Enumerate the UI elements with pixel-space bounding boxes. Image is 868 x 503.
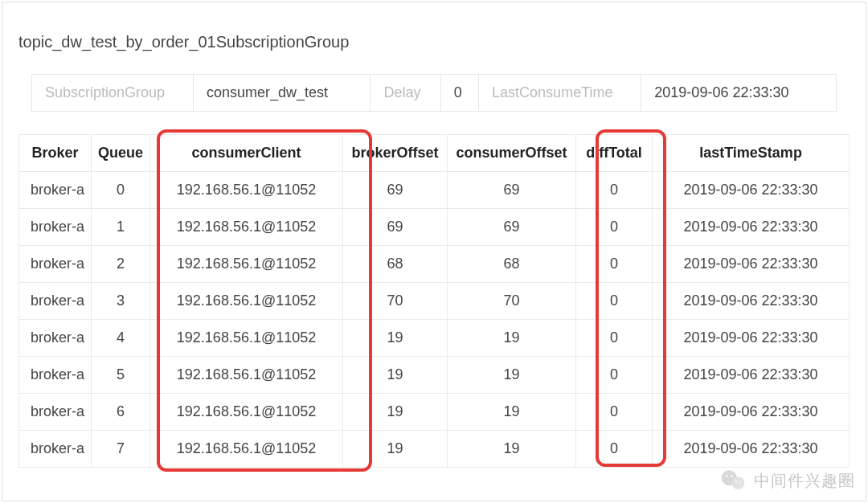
cell-diff-total: 0 bbox=[576, 320, 653, 357]
cell-diff-total: 0 bbox=[576, 357, 653, 394]
cell-broker-offset: 19 bbox=[343, 394, 448, 431]
cell-queue: 0 bbox=[92, 172, 150, 209]
delay-label: Delay bbox=[371, 74, 440, 112]
cell-queue: 7 bbox=[92, 431, 150, 468]
cell-broker-offset: 19 bbox=[343, 357, 448, 394]
cell-diff-total: 0 bbox=[576, 246, 653, 283]
table-row: broker-a1192.168.56.1@11052696902019-09-… bbox=[19, 209, 850, 246]
cell-queue: 2 bbox=[92, 246, 150, 283]
cell-last-timestamp: 2019-09-06 22:33:30 bbox=[653, 357, 850, 394]
col-diff-total[interactable]: diffTotal bbox=[576, 135, 653, 172]
cell-consumer-offset: 70 bbox=[448, 283, 576, 320]
cell-last-timestamp: 2019-09-06 22:33:30 bbox=[653, 246, 850, 283]
subscription-group-value: consumer_dw_test bbox=[194, 74, 371, 112]
last-consume-time-label: LastConsumeTime bbox=[479, 74, 641, 112]
cell-broker-offset: 19 bbox=[343, 431, 448, 468]
cell-broker: broker-a bbox=[19, 172, 92, 209]
cell-broker: broker-a bbox=[19, 209, 92, 246]
cell-consumer-client: 192.168.56.1@11052 bbox=[150, 431, 343, 468]
cell-consumer-client: 192.168.56.1@11052 bbox=[150, 394, 343, 431]
cell-queue: 3 bbox=[92, 283, 150, 320]
table-row: broker-a7192.168.56.1@11052191902019-09-… bbox=[19, 431, 850, 468]
col-broker-offset[interactable]: brokerOffset bbox=[343, 135, 448, 172]
table-row: broker-a6192.168.56.1@11052191902019-09-… bbox=[19, 394, 850, 431]
cell-diff-total: 0 bbox=[576, 431, 653, 468]
table-row: broker-a0192.168.56.1@11052696902019-09-… bbox=[19, 172, 850, 209]
cell-consumer-client: 192.168.56.1@11052 bbox=[150, 209, 343, 246]
cell-broker: broker-a bbox=[19, 431, 92, 468]
cell-broker: broker-a bbox=[19, 246, 92, 283]
cell-last-timestamp: 2019-09-06 22:33:30 bbox=[653, 172, 850, 209]
cell-consumer-client: 192.168.56.1@11052 bbox=[150, 246, 343, 283]
cell-queue: 5 bbox=[92, 357, 150, 394]
cell-consumer-offset: 19 bbox=[448, 431, 576, 468]
cell-broker-offset: 19 bbox=[343, 320, 448, 357]
table-row: broker-a5192.168.56.1@11052191902019-09-… bbox=[19, 357, 850, 394]
cell-last-timestamp: 2019-09-06 22:33:30 bbox=[653, 320, 850, 357]
table-row: broker-a2192.168.56.1@11052686802019-09-… bbox=[19, 246, 850, 283]
cell-consumer-offset: 68 bbox=[448, 246, 576, 283]
cell-broker: broker-a bbox=[19, 357, 92, 394]
cell-broker: broker-a bbox=[19, 283, 92, 320]
cell-queue: 6 bbox=[92, 394, 150, 431]
delay-value: 0 bbox=[441, 74, 479, 112]
cell-queue: 4 bbox=[92, 320, 150, 357]
col-consumer-client[interactable]: consumerClient bbox=[150, 135, 343, 172]
cell-consumer-client: 192.168.56.1@11052 bbox=[150, 320, 343, 357]
cell-consumer-client: 192.168.56.1@11052 bbox=[150, 283, 343, 320]
col-last-timestamp[interactable]: lastTimeStamp bbox=[653, 135, 850, 172]
cell-consumer-offset: 19 bbox=[448, 357, 576, 394]
panel: topic_dw_test_by_order_01SubscriptionGro… bbox=[2, 2, 866, 501]
cell-queue: 1 bbox=[92, 209, 150, 246]
cell-consumer-client: 192.168.56.1@11052 bbox=[150, 172, 343, 209]
cell-broker-offset: 68 bbox=[343, 246, 448, 283]
cell-last-timestamp: 2019-09-06 22:33:30 bbox=[653, 209, 850, 246]
data-table-wrapper: Broker Queue consumerClient brokerOffset… bbox=[18, 134, 850, 468]
cell-diff-total: 0 bbox=[576, 172, 653, 209]
cell-diff-total: 0 bbox=[576, 394, 653, 431]
cell-consumer-offset: 19 bbox=[448, 394, 576, 431]
cell-broker-offset: 70 bbox=[343, 283, 448, 320]
cell-diff-total: 0 bbox=[576, 209, 653, 246]
table-row: broker-a3192.168.56.1@11052707002019-09-… bbox=[19, 283, 850, 320]
cell-broker: broker-a bbox=[19, 320, 92, 357]
page-title: topic_dw_test_by_order_01SubscriptionGro… bbox=[2, 2, 866, 74]
consumer-table: Broker Queue consumerClient brokerOffset… bbox=[18, 134, 850, 468]
cell-consumer-offset: 69 bbox=[448, 209, 576, 246]
subscription-group-label: SubscriptionGroup bbox=[31, 74, 194, 112]
cell-last-timestamp: 2019-09-06 22:33:30 bbox=[653, 394, 850, 431]
cell-consumer-offset: 69 bbox=[448, 172, 576, 209]
cell-broker: broker-a bbox=[19, 394, 92, 431]
col-queue[interactable]: Queue bbox=[92, 135, 150, 172]
cell-consumer-client: 192.168.56.1@11052 bbox=[150, 357, 343, 394]
cell-last-timestamp: 2019-09-06 22:33:30 bbox=[653, 431, 850, 468]
cell-consumer-offset: 19 bbox=[448, 320, 576, 357]
info-bar: SubscriptionGroup consumer_dw_test Delay… bbox=[31, 74, 837, 112]
table-row: broker-a4192.168.56.1@11052191902019-09-… bbox=[19, 320, 850, 357]
col-broker[interactable]: Broker bbox=[19, 135, 92, 172]
cell-broker-offset: 69 bbox=[343, 172, 448, 209]
cell-diff-total: 0 bbox=[576, 283, 653, 320]
last-consume-time-value: 2019-09-06 22:33:30 bbox=[641, 74, 837, 112]
cell-broker-offset: 69 bbox=[343, 209, 448, 246]
col-consumer-offset[interactable]: consumerOffset bbox=[448, 135, 576, 172]
cell-last-timestamp: 2019-09-06 22:33:30 bbox=[653, 283, 850, 320]
